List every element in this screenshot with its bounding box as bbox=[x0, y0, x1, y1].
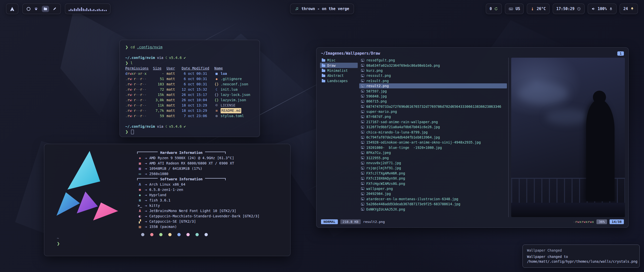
file-permissions: .rw-r--r-- bbox=[125, 103, 150, 108]
workspace-paw-icon[interactable] bbox=[34, 7, 38, 11]
file-name: 154928-odinokoe-anime-art-anime-okno-sin… bbox=[366, 140, 481, 144]
color-dot bbox=[177, 233, 181, 236]
image-file-icon bbox=[361, 197, 364, 200]
file-item[interactable]: kurz.png bbox=[359, 68, 507, 73]
file-item[interactable]: re1sult.png bbox=[359, 78, 507, 83]
file-size: 3,0k bbox=[153, 97, 164, 103]
keyboard-layout-module[interactable]: US bbox=[505, 4, 524, 14]
file-owner: matt bbox=[167, 71, 179, 76]
file-name: FXfcJlTXgAMvH6R.png bbox=[366, 171, 405, 175]
file-manager-window[interactable]: ~/Imagenes/Wallpapers/Draw 1 Misc Draw M… bbox=[316, 47, 629, 228]
prompt-path: ~ bbox=[57, 236, 60, 241]
visualizer-bar bbox=[97, 9, 98, 11]
file-item[interactable]: 217167-sad-anime-rain-wallpaper.png bbox=[359, 119, 507, 124]
file-item[interactable]: FXfcJlTXgAMvH6R.png bbox=[359, 171, 507, 176]
file-item[interactable]: result2.png bbox=[359, 83, 507, 88]
file-item[interactable]: 866715.png bbox=[359, 99, 507, 104]
file-item[interactable]: 3122955.png bbox=[359, 155, 507, 160]
visualizer-bar bbox=[69, 10, 70, 11]
info-line: >_ → kitty bbox=[137, 203, 284, 208]
file-item[interactable]: FXfcHgcWIAMzs0G.png bbox=[359, 181, 507, 186]
file-name: rsjqojlmjhf91.jpg bbox=[366, 166, 401, 170]
file-name-cell: ■ lua bbox=[214, 71, 254, 76]
col-size: Size bbox=[153, 66, 164, 71]
notification-title: Wallpaper Changed bbox=[527, 248, 635, 253]
mode-badge: NORMAL bbox=[321, 219, 338, 224]
arrow-icon: → bbox=[145, 208, 147, 214]
hardware-info-list: ◈ → AMD Ryzen 9 5900X (24) @ 4.9GHz [61.… bbox=[137, 155, 284, 177]
directory-item[interactable]: Minimalist bbox=[320, 68, 358, 73]
file-item[interactable]: 5a266e448add93deab367d87173e9f25-6837886… bbox=[359, 201, 507, 207]
file-item[interactable]: 20492984.jpg bbox=[359, 191, 507, 196]
col-user: User bbox=[167, 66, 179, 71]
file-size: 72 bbox=[153, 87, 164, 92]
directory-item[interactable]: Draw bbox=[320, 63, 358, 68]
updates-module[interactable]: 0 bbox=[486, 4, 502, 14]
workspace-circle-icon[interactable] bbox=[27, 7, 30, 11]
file-item[interactable]: chica-mirando-la-luna-8799.jpg bbox=[359, 129, 507, 134]
audio-visualizer-module[interactable] bbox=[65, 4, 110, 14]
file-item[interactable]: 596848.jpg bbox=[359, 94, 507, 99]
workspace-pencil-icon[interactable] bbox=[53, 7, 57, 11]
shell-prompt: ~/.config/nvim via ☾ v5.4.6 ✔ bbox=[125, 55, 254, 60]
file-item[interactable]: atardecer-en-la-montanas-ilustracion-634… bbox=[359, 196, 507, 201]
clock-module[interactable]: 17:50:29 bbox=[553, 4, 585, 14]
clock-icon bbox=[577, 7, 581, 11]
file-item[interactable]: 3126f7e9bbf21a8a4af0b67b041c6e26.jpg bbox=[359, 124, 507, 129]
directory-item[interactable]: Landscapes bbox=[320, 78, 358, 83]
info-text: kitty bbox=[149, 203, 160, 208]
launcher-button[interactable] bbox=[6, 4, 18, 14]
file-owner: matt bbox=[167, 97, 179, 103]
image-file-icon bbox=[361, 110, 364, 113]
file-item[interactable]: wallpaper.png bbox=[359, 186, 507, 191]
fetch-shell-prompt: ~ ❯ bbox=[57, 236, 60, 246]
workspace-folder-active[interactable] bbox=[42, 6, 49, 12]
file-item[interactable]: FXfcII0X0AQyn9X.png bbox=[359, 176, 507, 181]
current-path: ~/Imagenes/Wallpapers/Draw bbox=[321, 51, 380, 56]
file-item[interactable]: 19201080-__blue-tinge__-1920×1080.jpg bbox=[359, 145, 507, 150]
volume-module[interactable]: 100% bbox=[588, 4, 617, 14]
directory-item[interactable]: Misc bbox=[320, 58, 358, 63]
file-item[interactable]: 87r687df.png bbox=[359, 114, 507, 119]
notification-popup[interactable]: Wallpaper Changed Wallpaper changed to /… bbox=[522, 245, 640, 268]
file-item[interactable]: rsjqojlmjhf91.jpg bbox=[359, 165, 507, 171]
file-item[interactable]: 8FKa7Cu.jpeg bbox=[359, 150, 507, 155]
image-file-icon bbox=[361, 79, 364, 82]
file-item[interactable]: super-mario.png bbox=[359, 109, 507, 114]
info-icon: >_ bbox=[137, 203, 143, 208]
ls-row: .rw-r--r-- 183 matt 6 oct 00:31 {} .neoc… bbox=[125, 82, 254, 87]
crystal-logo bbox=[52, 149, 130, 227]
file-name-cell: {} .neoconf.json bbox=[214, 82, 254, 87]
image-file-icon bbox=[361, 126, 364, 128]
file-item[interactable]: resssult.png bbox=[359, 73, 507, 78]
file-item[interactable]: 68747470733a2f2f696d616765732d7769786d70… bbox=[359, 104, 507, 109]
file-name: 587597.jpg bbox=[366, 89, 387, 93]
file-item[interactable]: EeNKYgIUcAAJ5JX.png bbox=[359, 207, 507, 212]
folder-icon bbox=[322, 64, 325, 67]
file-item[interactable]: 587597.jpg bbox=[359, 88, 507, 93]
file-item[interactable]: 154928-odinokoe-anime-art-anime-okno-sin… bbox=[359, 140, 507, 145]
info-line: ▞ → Catppuccin-SE [GTK2/3] bbox=[137, 219, 284, 224]
position-badge: 14/38 bbox=[610, 219, 624, 224]
file-item[interactable]: 08a634fa02a32364f69ebc86a98eb1eb.png bbox=[359, 63, 507, 68]
music-player-module[interactable]: thrown - on the verge bbox=[290, 4, 354, 14]
file-item[interactable]: 0c794faf07de24a4db4d4fb1eb813964.jpg bbox=[359, 135, 507, 140]
tab-badge[interactable]: 1 bbox=[617, 51, 624, 56]
weather-module[interactable]: 26°C bbox=[527, 4, 549, 14]
info-text: 6.5.8-zen1-1-zen bbox=[149, 187, 183, 192]
directory-name: Abstract bbox=[327, 74, 344, 78]
file-item[interactable]: ressdfgult.png bbox=[359, 58, 507, 63]
input-line[interactable]: ❯ bbox=[125, 129, 254, 134]
file-date: 7 oct 23:06 bbox=[182, 113, 212, 119]
terminal-window[interactable]: ❯ cd .config/nvim ~/.config/nvim via ☾ v… bbox=[119, 40, 260, 137]
directory-item[interactable]: Abstract bbox=[320, 73, 358, 78]
image-file-icon bbox=[361, 182, 364, 185]
file-permissions: drwxr-xr-x bbox=[125, 71, 150, 76]
fetch-terminal-window[interactable]: ~ ❯ Hardware Information ◈ → AMD Ryzen 9… bbox=[44, 144, 291, 256]
notifications-module[interactable]: 24 bbox=[620, 4, 638, 14]
prompt-char: ❯ bbox=[57, 241, 60, 246]
file-item[interactable]: nnvuv0xj2df71.jpg bbox=[359, 160, 507, 165]
info-line: ≋ → fish 3.6.1 bbox=[137, 198, 284, 203]
keyboard-layout: US bbox=[515, 7, 520, 11]
info-text: AMD Ryzen 9 5900X (24) @ 4.9GHz [61.3°C] bbox=[149, 155, 234, 161]
